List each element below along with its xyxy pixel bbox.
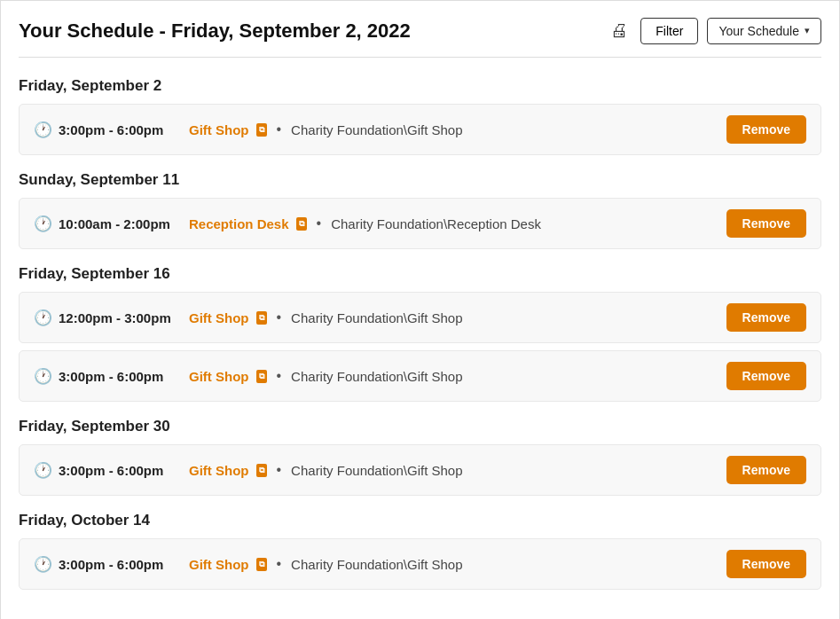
page-container: Your Schedule - Friday, September 2, 202…: [0, 0, 840, 619]
shift-time: 🕐3:00pm - 6:00pm: [34, 121, 189, 139]
remove-button[interactable]: Remove: [726, 209, 806, 238]
location-external-link-icon[interactable]: ⧉: [256, 558, 267, 571]
day-heading: Friday, September 2: [19, 77, 821, 95]
location-name[interactable]: Reception Desk: [189, 216, 289, 231]
dot-separator: •: [317, 215, 322, 231]
schedule-dropdown-label: Your Schedule: [718, 24, 799, 38]
location-external-link-icon[interactable]: ⧉: [256, 370, 267, 383]
dot-separator: •: [277, 310, 282, 325]
print-icon[interactable]: 🖨: [607, 17, 632, 44]
shift-time: 🕐10:00am - 2:00pm: [34, 215, 189, 233]
shift-time: 🕐3:00pm - 6:00pm: [34, 555, 189, 574]
shift-time-text: 3:00pm - 6:00pm: [59, 369, 163, 384]
location-external-link-icon[interactable]: ⧉: [256, 123, 267, 137]
shift-row: 🕐3:00pm - 6:00pmGift Shop⧉•Charity Found…: [19, 104, 821, 155]
shift-time-text: 12:00pm - 3:00pm: [59, 310, 171, 325]
remove-button[interactable]: Remove: [726, 303, 806, 332]
shift-row: 🕐3:00pm - 6:00pmGift Shop⧉•Charity Found…: [19, 444, 821, 496]
location-name[interactable]: Gift Shop: [189, 463, 249, 478]
day-heading: Friday, October 14: [19, 512, 821, 529]
clock-icon: 🕐: [34, 309, 52, 327]
location-external-link-icon[interactable]: ⧉: [256, 311, 267, 325]
day-heading: Sunday, September 11: [19, 171, 821, 189]
shift-time: 🕐3:00pm - 6:00pm: [34, 367, 189, 386]
shift-row: 🕐12:00pm - 3:00pmGift Shop⧉•Charity Foun…: [19, 292, 821, 343]
clock-icon: 🕐: [34, 461, 52, 480]
dot-separator: •: [277, 462, 282, 478]
chevron-down-icon: ▾: [805, 25, 810, 36]
location-path: Charity Foundation\Gift Shop: [291, 310, 462, 325]
clock-icon: 🕐: [34, 555, 52, 574]
location-external-link-icon[interactable]: ⧉: [296, 217, 307, 231]
shift-location: Gift Shop⧉•Charity Foundation\Gift Shop: [189, 368, 726, 384]
shift-time: 🕐3:00pm - 6:00pm: [34, 461, 189, 480]
header-controls: 🖨 Filter Your Schedule ▾: [607, 17, 821, 44]
day-heading: Friday, September 16: [19, 265, 821, 283]
shift-location: Reception Desk⧉•Charity Foundation\Recep…: [189, 215, 726, 231]
shift-row: 🕐3:00pm - 6:00pmGift Shop⧉•Charity Found…: [19, 350, 821, 402]
day-section: Friday, September 30🕐3:00pm - 6:00pmGift…: [19, 418, 821, 496]
shift-row: 🕐3:00pm - 6:00pmGift Shop⧉•Charity Found…: [19, 538, 821, 590]
clock-icon: 🕐: [34, 367, 52, 386]
page-title: Your Schedule - Friday, September 2, 202…: [19, 20, 411, 43]
location-path: Charity Foundation\Reception Desk: [331, 216, 541, 231]
location-name[interactable]: Gift Shop: [189, 310, 249, 325]
day-section: Friday, September 2🕐3:00pm - 6:00pmGift …: [19, 77, 821, 155]
day-section: Friday, September 16🕐12:00pm - 3:00pmGif…: [19, 265, 821, 402]
shift-row: 🕐10:00am - 2:00pmReception Desk⧉•Charity…: [19, 198, 821, 249]
remove-button[interactable]: Remove: [726, 456, 806, 484]
location-path: Charity Foundation\Gift Shop: [291, 369, 462, 384]
dot-separator: •: [277, 121, 282, 137]
shift-time-text: 3:00pm - 6:00pm: [59, 463, 163, 478]
location-path: Charity Foundation\Gift Shop: [291, 463, 462, 478]
shift-time-text: 10:00am - 2:00pm: [59, 216, 170, 231]
dot-separator: •: [277, 368, 282, 384]
remove-button[interactable]: Remove: [726, 362, 806, 390]
location-name[interactable]: Gift Shop: [189, 557, 249, 572]
shift-time-text: 3:00pm - 6:00pm: [59, 557, 163, 572]
shift-location: Gift Shop⧉•Charity Foundation\Gift Shop: [189, 310, 726, 325]
shift-time: 🕐12:00pm - 3:00pm: [34, 309, 189, 327]
shift-location: Gift Shop⧉•Charity Foundation\Gift Shop: [189, 121, 726, 137]
location-external-link-icon[interactable]: ⧉: [256, 464, 267, 477]
location-path: Charity Foundation\Gift Shop: [291, 122, 462, 137]
dot-separator: •: [277, 556, 282, 572]
location-name[interactable]: Gift Shop: [189, 369, 249, 384]
schedule-dropdown[interactable]: Your Schedule ▾: [707, 18, 821, 44]
schedule-body: Friday, September 2🕐3:00pm - 6:00pmGift …: [19, 77, 821, 590]
day-section: Sunday, September 11🕐10:00am - 2:00pmRec…: [19, 171, 821, 249]
shift-location: Gift Shop⧉•Charity Foundation\Gift Shop: [189, 556, 726, 572]
clock-icon: 🕐: [34, 215, 52, 233]
filter-button[interactable]: Filter: [640, 18, 698, 44]
clock-icon: 🕐: [34, 121, 52, 139]
remove-button[interactable]: Remove: [726, 115, 806, 144]
location-name[interactable]: Gift Shop: [189, 122, 249, 137]
day-heading: Friday, September 30: [19, 418, 821, 435]
remove-button[interactable]: Remove: [726, 550, 806, 578]
shift-location: Gift Shop⧉•Charity Foundation\Gift Shop: [189, 462, 726, 478]
header: Your Schedule - Friday, September 2, 202…: [19, 17, 821, 58]
shift-time-text: 3:00pm - 6:00pm: [59, 122, 163, 137]
day-section: Friday, October 14🕐3:00pm - 6:00pmGift S…: [19, 512, 821, 590]
location-path: Charity Foundation\Gift Shop: [291, 557, 462, 572]
